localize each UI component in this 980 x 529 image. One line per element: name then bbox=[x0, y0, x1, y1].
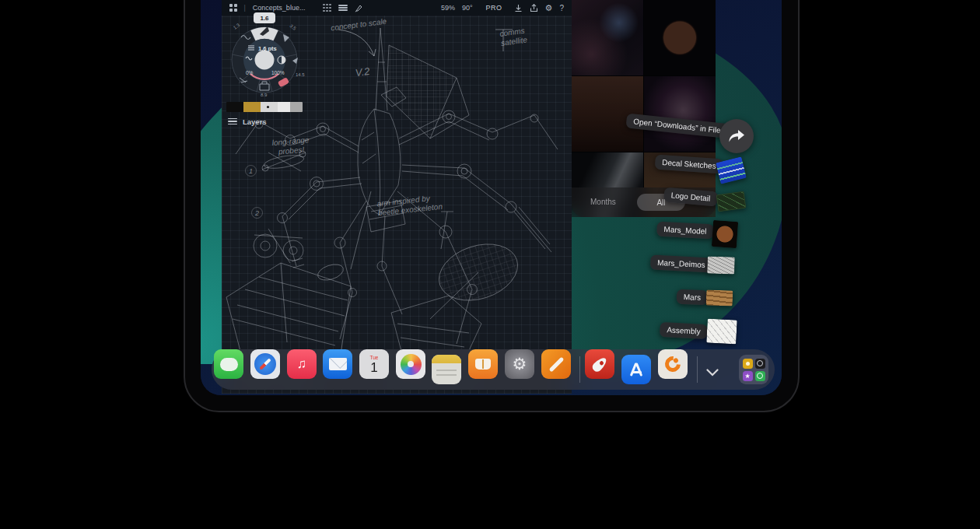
settings-gear-glyph: ⚙ bbox=[513, 355, 527, 373]
tips-mini-icon bbox=[743, 359, 753, 369]
activity-mini-icon bbox=[755, 371, 765, 381]
forward-arrow-icon bbox=[728, 129, 745, 143]
chevron-down-icon[interactable] bbox=[706, 366, 719, 380]
dock-app-mail[interactable] bbox=[323, 349, 352, 379]
color-swatch-strip[interactable] bbox=[226, 102, 303, 112]
brush-size-readout: 1.6 pts bbox=[258, 45, 277, 52]
swatch-gold[interactable] bbox=[243, 102, 261, 112]
drag-item-label[interactable]: Mars_Model bbox=[656, 222, 714, 240]
dock-divider bbox=[697, 356, 698, 383]
document-title[interactable]: Concepts_blue... bbox=[253, 4, 306, 12]
drag-thumb-assembly[interactable] bbox=[706, 319, 737, 345]
dock-app-library[interactable]: ★ bbox=[739, 355, 768, 384]
swatch-gray[interactable] bbox=[290, 102, 303, 112]
dock-app-books[interactable] bbox=[468, 349, 498, 379]
ipad-screen: concept to scale comms satellite V.2 lon… bbox=[201, 0, 782, 395]
dock-divider bbox=[579, 356, 580, 383]
dock-app-notes[interactable] bbox=[432, 355, 461, 384]
concepts-pen-icon bbox=[548, 356, 564, 372]
drag-item-label[interactable]: Mars bbox=[677, 289, 709, 305]
annotation-version: V.2 bbox=[355, 66, 370, 79]
calendar-day: 1 bbox=[370, 361, 377, 375]
dock-app-photos[interactable] bbox=[396, 349, 425, 379]
drag-thumb-mars[interactable] bbox=[706, 289, 733, 306]
brush-size-bottom: 8.9 bbox=[261, 93, 268, 97]
dock-app-rocket[interactable] bbox=[585, 349, 614, 379]
opacity-max-label: 100% bbox=[271, 70, 285, 75]
pen-tool-icon[interactable] bbox=[355, 4, 363, 12]
concepts-app-window: concept to scale comms satellite V.2 lon… bbox=[222, 0, 572, 394]
photos-slideover-window: Months All bbox=[572, 0, 716, 217]
layers-menu-icon[interactable] bbox=[338, 3, 348, 12]
dock-app-settings[interactable]: ⚙ bbox=[505, 349, 534, 379]
star-mini-icon: ★ bbox=[743, 371, 753, 381]
dock-app-music[interactable]: ♫ bbox=[287, 349, 317, 379]
drag-item-label[interactable]: Assembly bbox=[660, 322, 708, 339]
dock-app-calendar[interactable]: Tue 1 bbox=[359, 349, 389, 379]
segment-months[interactable]: Months bbox=[590, 198, 616, 206]
layers-panel-toggle[interactable]: Layers bbox=[228, 117, 267, 126]
photos-flower-icon bbox=[401, 354, 422, 375]
tool-wheel[interactable]: 1.6 1.6 pts bbox=[226, 12, 306, 100]
swatch-black[interactable] bbox=[226, 102, 243, 112]
brush-size-left: 1.3 bbox=[233, 23, 241, 30]
dock-app-orange-c[interactable] bbox=[658, 349, 688, 379]
toolbar-divider: | bbox=[244, 4, 246, 12]
pro-badge[interactable]: PRO bbox=[486, 4, 502, 12]
help-button[interactable]: ? bbox=[559, 4, 564, 12]
messages-bubble-icon bbox=[220, 358, 238, 371]
annotation-marker-1: 1 bbox=[245, 165, 257, 177]
books-icon bbox=[475, 359, 491, 370]
grid-settings-icon[interactable] bbox=[323, 4, 331, 12]
brush-size-bottom-right: 14.5 bbox=[296, 72, 305, 77]
c-swirl-icon bbox=[662, 353, 684, 375]
export-share-icon[interactable] bbox=[530, 4, 538, 12]
dock-app-messages[interactable] bbox=[214, 349, 243, 379]
rocket-icon bbox=[590, 355, 608, 373]
brush-size-right: 3.5 bbox=[289, 23, 297, 31]
dock-app-concepts[interactable] bbox=[541, 349, 571, 379]
dock-app-appstore[interactable] bbox=[621, 355, 651, 384]
dock: ♫ Tue 1 ⚙ ★ bbox=[212, 349, 775, 390]
zoom-level[interactable]: 59% bbox=[441, 4, 455, 12]
stage: concept to scale comms satellite V.2 lon… bbox=[0, 0, 980, 529]
share-drop-badge[interactable] bbox=[719, 119, 754, 153]
camera-mini-icon bbox=[755, 359, 765, 369]
safari-compass-icon bbox=[254, 353, 276, 375]
layers-label: Layers bbox=[243, 117, 267, 126]
home-grid-icon[interactable] bbox=[229, 4, 237, 12]
opacity-min-label: 0% bbox=[246, 70, 254, 75]
active-brush-size-flag: 1.6 bbox=[260, 15, 269, 22]
dock-app-safari[interactable] bbox=[250, 349, 280, 379]
import-icon[interactable] bbox=[514, 4, 523, 12]
swatch-light-gray-selected[interactable] bbox=[261, 102, 278, 112]
music-note-icon: ♫ bbox=[297, 356, 307, 372]
swatch-white[interactable] bbox=[278, 102, 290, 112]
drag-dim-overlay bbox=[572, 0, 716, 217]
annotation-marker-2: 2 bbox=[251, 207, 263, 219]
layers-icon bbox=[228, 117, 237, 126]
drag-thumb-mars-model[interactable] bbox=[712, 220, 738, 248]
mail-envelope-icon bbox=[329, 358, 347, 370]
drag-thumb-mars-deimos[interactable] bbox=[707, 256, 735, 274]
rotation-value[interactable]: 90° bbox=[462, 4, 473, 12]
app-library-mini-grid: ★ bbox=[743, 359, 765, 381]
settings-gear-icon[interactable]: ⚙ bbox=[545, 3, 553, 13]
